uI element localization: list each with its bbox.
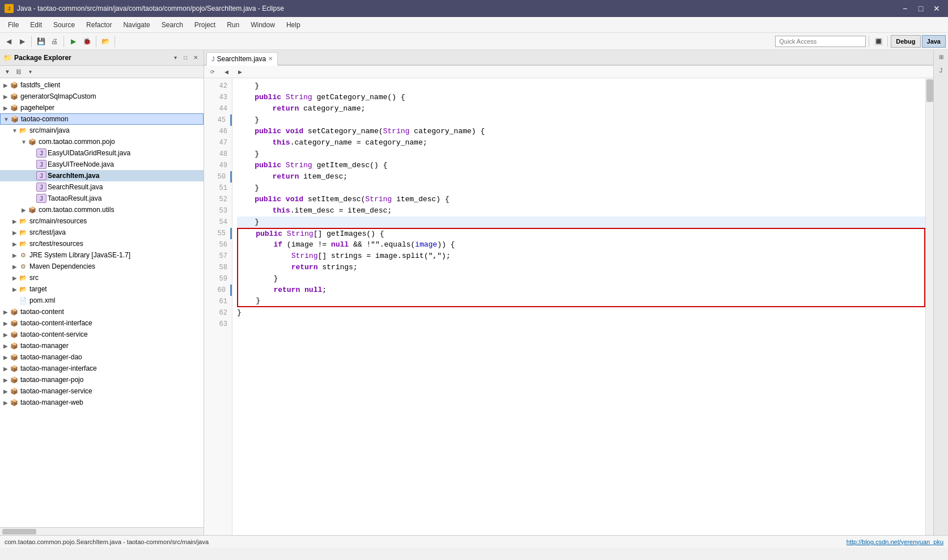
tree-expand-arrow[interactable]: ▶ [2, 400, 9, 406]
toolbar-debug-btn[interactable]: 🐞 [81, 35, 93, 48]
menu-item-project[interactable]: Project [189, 17, 221, 32]
tree-expand-arrow[interactable]: ▶ [11, 275, 18, 281]
toolbar-perspective-btn-1[interactable]: 🔳 [872, 35, 884, 48]
tree-expand-arrow[interactable]: ▶ [2, 82, 9, 88]
tree-item-icon: 📦 [9, 330, 19, 339]
pe-collapse-btn[interactable]: ▼ [2, 67, 12, 77]
tab-close-btn[interactable]: ✕ [268, 56, 273, 62]
editor-vertical-scrollbar[interactable] [925, 78, 933, 535]
tree-expand-arrow[interactable]: ▶ [2, 388, 9, 394]
quick-access-input[interactable] [775, 36, 866, 47]
tree-expand-arrow[interactable]: ▶ [11, 264, 18, 270]
pe-horizontal-scrollbar[interactable] [0, 527, 204, 535]
tree-expand-arrow[interactable]: ▶ [2, 366, 9, 372]
tree-expand-arrow[interactable]: ▶ [11, 241, 18, 247]
tree-item[interactable]: ▶📂src [0, 272, 204, 283]
menu-item-refactor[interactable]: Refactor [81, 17, 117, 32]
tree-item[interactable]: JEasyUIDataGridResult.java [0, 147, 204, 159]
editor-tab-searchitem[interactable]: J SearchItem.java ✕ [206, 52, 278, 66]
code-token: } [237, 114, 259, 126]
pe-menu-btn[interactable]: ▾ [25, 67, 35, 77]
status-link[interactable]: http://blog.csdn.net/yerenyuan_pku [847, 538, 943, 545]
tree-item[interactable]: JTaotaoResult.java [0, 193, 204, 204]
tree-expand-arrow[interactable]: ▶ [2, 377, 9, 383]
tree-item[interactable]: ▶📦taotao-manager-pojo [0, 374, 204, 385]
pe-minimize-btn[interactable]: ▾ [171, 53, 180, 62]
tree-item[interactable]: 📄pom.xml [0, 295, 204, 306]
tree-item[interactable]: ▶📦taotao-content-service [0, 329, 204, 340]
menu-item-source[interactable]: Source [48, 17, 81, 32]
tree-item[interactable]: ▶📂target [0, 283, 204, 295]
tree-item[interactable]: ▶⚙Maven Dependencies [0, 261, 204, 272]
tree-expand-arrow[interactable]: ▶ [20, 207, 27, 213]
toolbar-forward-btn[interactable]: ▶ [16, 35, 28, 48]
tree-item[interactable]: ▶📦fastdfs_client [0, 79, 204, 91]
tree-item[interactable]: ▶📦com.taotao.common.utils [0, 204, 204, 215]
tree-item[interactable]: ▶📦taotao-content-interface [0, 317, 204, 329]
menu-item-search[interactable]: Search [156, 17, 189, 32]
menu-item-navigate[interactable]: Navigate [117, 17, 155, 32]
rs-btn-2[interactable]: J [936, 65, 947, 76]
tree-item[interactable]: ▶⚙JRE System Library [JavaSE-1.7] [0, 249, 204, 261]
tree-expand-arrow[interactable]: ▼ [3, 116, 10, 122]
tree-item[interactable]: ▶📦generatorSqlmapCustom [0, 91, 204, 102]
tree-item[interactable]: ▶📦taotao-manager-dao [0, 351, 204, 363]
tree-item[interactable]: ▶📦taotao-content [0, 306, 204, 317]
pe-link-btn[interactable]: ⛓ [14, 67, 24, 77]
maximize-button[interactable]: □ [914, 3, 928, 14]
pe-maximize-btn[interactable]: □ [181, 53, 190, 62]
tree-expand-arrow[interactable]: ▼ [20, 139, 27, 145]
tree-item[interactable]: ▶📦pagehelper [0, 102, 204, 113]
tree-item[interactable]: ▼📦com.taotao.common.pojo [0, 136, 204, 147]
tree-expand-arrow[interactable]: ▶ [2, 354, 9, 360]
toolbar-back-btn[interactable]: ◀ [2, 35, 15, 48]
menu-item-file[interactable]: File [2, 17, 24, 32]
tree-expand-arrow[interactable]: ▶ [11, 252, 18, 258]
code-content[interactable]: } public String getCategory_name() { ret… [232, 78, 925, 535]
tree-expand-arrow[interactable]: ▶ [2, 309, 9, 315]
tree-item[interactable]: ▼📦taotao-common [0, 113, 204, 125]
toolbar-print-btn[interactable]: 🖨 [48, 35, 61, 48]
tree-expand-arrow[interactable]: ▶ [2, 105, 9, 111]
tree-item[interactable]: JSearchItem.java [0, 170, 204, 181]
menu-item-run[interactable]: Run [221, 17, 245, 32]
tree-expand-arrow[interactable]: ▶ [2, 320, 9, 326]
tree-item[interactable]: ▶📦taotao-manager-interface [0, 363, 204, 374]
editor-tb-btn-1[interactable]: ⟳ [206, 66, 219, 78]
tree-item[interactable]: ▶📦taotao-manager-service [0, 385, 204, 397]
tree-item-icon: J [36, 160, 46, 169]
tree-expand-arrow[interactable]: ▶ [11, 218, 18, 224]
tree-item-icon: 📂 [18, 273, 28, 282]
tree-expand-arrow[interactable]: ▶ [11, 286, 18, 292]
perspective-debug-btn[interactable]: Debug [891, 35, 920, 48]
tree-item[interactable]: ▶📦taotao-manager-web [0, 397, 204, 408]
menu-item-window[interactable]: Window [245, 17, 281, 32]
line-number: 56 [204, 239, 232, 251]
tree-item[interactable]: JEasyUITreeNode.java [0, 159, 204, 170]
pe-close-btn[interactable]: ✕ [191, 53, 200, 62]
tree-expand-arrow[interactable]: ▶ [11, 230, 18, 236]
editor-tb-btn-3[interactable]: ▶ [234, 66, 246, 78]
tree-item[interactable]: JSearchResult.java [0, 181, 204, 193]
minimize-button[interactable]: − [898, 3, 912, 14]
perspective-java-btn[interactable]: Java [922, 35, 946, 48]
editor-tb-btn-2[interactable]: ◀ [220, 66, 232, 78]
menu-item-help[interactable]: Help [281, 17, 306, 32]
tree-expand-arrow[interactable]: ▶ [2, 332, 9, 338]
close-button[interactable]: ✕ [930, 3, 943, 14]
tree-item[interactable]: ▶📂src/test/resources [0, 238, 204, 249]
tree-expand-arrow[interactable]: ▼ [11, 128, 18, 134]
tree-item[interactable]: ▶📦taotao-manager [0, 340, 204, 351]
toolbar-save-btn[interactable]: 💾 [35, 35, 47, 48]
menu-item-edit[interactable]: Edit [24, 17, 48, 32]
tree-item[interactable]: ▶📂src/test/java [0, 227, 204, 238]
tree-expand-arrow[interactable]: ▶ [2, 343, 9, 349]
toolbar-run-btn[interactable]: ▶ [67, 35, 79, 48]
tree-expand-arrow[interactable]: ▶ [2, 94, 9, 100]
package-explorer-tree[interactable]: ▶📦fastdfs_client▶📦generatorSqlmapCustom▶… [0, 78, 204, 527]
tree-item[interactable]: ▼📂src/main/java [0, 125, 204, 136]
scrollbar-thumb[interactable] [926, 79, 933, 102]
toolbar-open-btn[interactable]: 📂 [99, 35, 112, 48]
tree-item[interactable]: ▶📂src/main/resources [0, 215, 204, 227]
rs-btn-1[interactable]: ⊞ [936, 51, 947, 62]
